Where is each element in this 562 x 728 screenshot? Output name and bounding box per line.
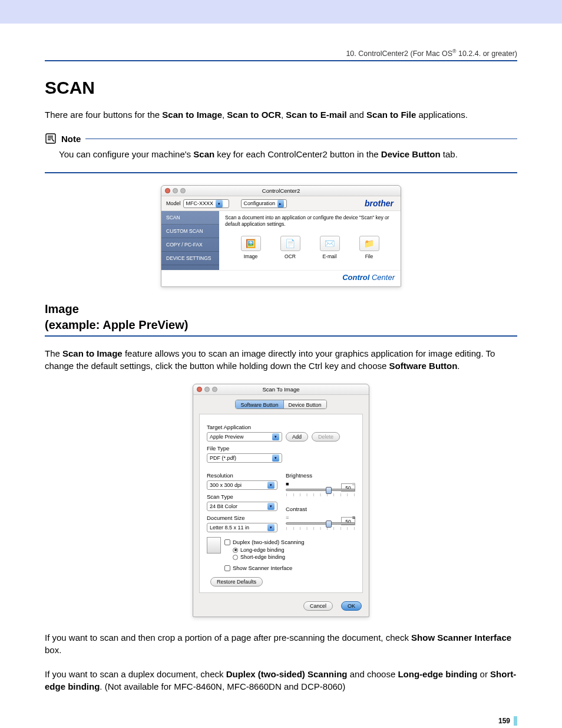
cc2-titlebar: ControlCenter2 [161, 186, 401, 196]
scan-type-label: Scan Type [207, 493, 277, 500]
contrast-slider[interactable]: ≡≡ ||||||||||| 50 [286, 515, 355, 530]
scan-to-email-label: E-mail [320, 253, 340, 259]
show-scanner-paragraph: If you want to scan and then crop a port… [45, 631, 517, 656]
sidebar-item-custom-scan[interactable]: CUSTOM SCAN [161, 225, 219, 238]
checkbox-icon [224, 539, 230, 545]
sidebar-item-copy-pcfax[interactable]: COPY / PC-FAX [161, 238, 219, 252]
low-contrast-icon: ≡ [286, 515, 289, 521]
scan-to-file-button[interactable]: 📁 [359, 236, 379, 251]
intro-paragraph: There are four buttons for the Scan to I… [45, 108, 517, 121]
svg-rect-0 [46, 134, 55, 143]
scan-type-select[interactable]: 24 Bit Color▾ [207, 502, 277, 511]
note-label: Note [61, 134, 81, 144]
note-body: You can configure your machine's Scan ke… [45, 148, 517, 160]
scan-to-ocr-label: OCR [280, 253, 300, 259]
dropdown-icon: ▾ [272, 433, 279, 440]
close-icon[interactable] [197, 387, 202, 392]
note-icon [45, 133, 57, 144]
sidebar-item-device-settings[interactable]: DEVICE SETTINGS [161, 252, 219, 265]
document-icon: 📄 [285, 239, 295, 248]
document-size-label: Document Size [207, 515, 277, 521]
cc2-title: ControlCenter2 [262, 187, 300, 194]
sidebar-item-scan[interactable]: SCAN [161, 211, 219, 225]
tab-software-button[interactable]: Software Button [236, 400, 283, 409]
file-type-label: File Type [207, 445, 355, 452]
duplex-paragraph: If you want to scan a duplex document, c… [45, 668, 517, 693]
target-application-label: Target Application [207, 424, 355, 430]
show-scanner-interface-checkbox[interactable]: Show Scanner Interface [224, 565, 355, 571]
resolution-label: Resolution [207, 472, 277, 479]
scan-to-image-paragraph: The Scan to Image feature allows you to … [45, 347, 517, 372]
resolution-select[interactable]: 300 x 300 dpi▾ [207, 480, 277, 490]
note-rule [85, 139, 517, 139]
duplex-checkbox[interactable]: Duplex (two-sided) Scanning [224, 539, 304, 545]
sti-titlebar: Scan To Image [193, 384, 369, 395]
sti-title: Scan To Image [262, 386, 299, 393]
picture-icon: 🖼️ [246, 239, 256, 248]
page-number-bar [514, 716, 517, 726]
note-block: Note You can configure your machine's Sc… [45, 133, 517, 160]
controlcenter2-window: ControlCenter2 Model MFC-XXXX ▾ Configur… [161, 185, 401, 287]
dropdown-icon: ▾ [267, 503, 275, 510]
high-contrast-icon: ≡ [352, 515, 355, 521]
zoom-icon[interactable] [212, 387, 217, 392]
configuration-select[interactable]: Configuration ▸ [241, 199, 287, 208]
scan-to-image-dialog: Scan To Image Software Button Device But… [193, 384, 369, 617]
scan-to-email-button[interactable]: ✉️ [320, 236, 340, 251]
model-select[interactable]: MFC-XXXX ▾ [183, 199, 229, 208]
dropdown-icon: ▾ [216, 200, 223, 207]
scan-to-ocr-button[interactable]: 📄 [280, 236, 300, 251]
checkbox-icon [224, 565, 230, 571]
header-rule [45, 60, 517, 61]
image-subheading: Image (example: Apple PreView) [45, 301, 517, 333]
target-application-select[interactable]: Apple Preview▾ [207, 432, 282, 442]
scan-to-image-button[interactable]: 🖼️ [241, 236, 261, 251]
folder-icon: 📁 [364, 239, 374, 248]
submenu-icon: ▸ [277, 200, 283, 207]
top-decorative-bar [0, 0, 562, 25]
short-edge-radio[interactable]: Short-edge binding [233, 554, 304, 560]
add-button[interactable]: Add [286, 432, 308, 442]
dropdown-icon: ▾ [272, 454, 279, 462]
dropdown-icon: ▾ [267, 482, 275, 489]
traffic-lights[interactable] [197, 387, 217, 392]
traffic-lights[interactable] [165, 188, 186, 193]
scan-to-file-label: File [359, 253, 379, 259]
note-end-rule [45, 172, 517, 173]
controlcenter-logo: Control Center [342, 273, 395, 282]
cancel-button[interactable]: Cancel [303, 601, 333, 611]
sub-rule [45, 335, 517, 337]
restore-defaults-button[interactable]: Restore Defaults [210, 577, 263, 587]
radio-icon [233, 548, 238, 553]
slider-thumb[interactable] [326, 521, 332, 528]
configuration-label: Configuration [244, 200, 276, 206]
model-label: Model [166, 200, 181, 206]
tab-segmented-control[interactable]: Software Button Device Button [235, 400, 326, 409]
close-icon[interactable] [165, 188, 170, 193]
radio-icon [233, 555, 238, 560]
page-title: SCAN [45, 78, 517, 98]
brightness-slider[interactable]: ■■ ||||||||||| 50 [286, 481, 355, 496]
contrast-label: Contrast [286, 506, 355, 512]
document-size-select[interactable]: Letter 8.5 x 11 in▾ [207, 523, 277, 532]
brother-logo: brother [365, 199, 396, 208]
minimize-icon[interactable] [204, 387, 210, 392]
duplex-diagram-icon [207, 537, 221, 554]
delete-button[interactable]: Delete [312, 432, 340, 442]
dark-swatch-icon: ■ [286, 481, 289, 487]
zoom-icon[interactable] [180, 188, 186, 193]
dropdown-icon: ▾ [267, 524, 275, 531]
model-value: MFC-XXXX [186, 200, 214, 206]
minimize-icon[interactable] [173, 188, 178, 193]
light-swatch-icon: ■ [352, 481, 355, 487]
brightness-label: Brightness [286, 472, 355, 479]
long-edge-radio[interactable]: Long-edge binding [233, 547, 304, 553]
cc2-sidebar: SCAN CUSTOM SCAN COPY / PC-FAX DEVICE SE… [161, 211, 219, 270]
ok-button[interactable]: OK [341, 601, 362, 611]
envelope-icon: ✉️ [325, 239, 335, 248]
slider-thumb[interactable] [326, 487, 332, 494]
page-header: 10. ControlCenter2 (For Mac OS® 10.2.4. … [45, 48, 517, 58]
tab-device-button[interactable]: Device Button [284, 400, 326, 409]
page-number: 159 [45, 716, 517, 726]
file-type-select[interactable]: PDF (*.pdf)▾ [207, 453, 282, 463]
